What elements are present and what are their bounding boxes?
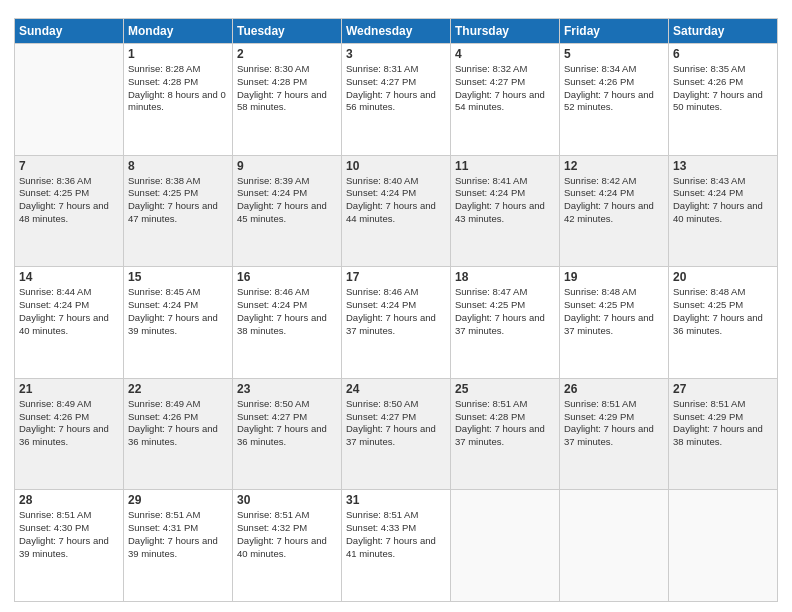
week-row-1: 1Sunrise: 8:28 AMSunset: 4:28 PMDaylight… bbox=[15, 44, 778, 156]
calendar-cell: 15Sunrise: 8:45 AMSunset: 4:24 PMDayligh… bbox=[124, 267, 233, 379]
cell-date: 12 bbox=[564, 159, 664, 173]
cell-date: 5 bbox=[564, 47, 664, 61]
cell-info: Sunrise: 8:51 AMSunset: 4:28 PMDaylight:… bbox=[455, 398, 555, 449]
cell-info: Sunrise: 8:34 AMSunset: 4:26 PMDaylight:… bbox=[564, 63, 664, 114]
cell-info: Sunrise: 8:51 AMSunset: 4:31 PMDaylight:… bbox=[128, 509, 228, 560]
cell-date: 1 bbox=[128, 47, 228, 61]
cell-date: 25 bbox=[455, 382, 555, 396]
weekday-header-wednesday: Wednesday bbox=[342, 19, 451, 44]
cell-info: Sunrise: 8:50 AMSunset: 4:27 PMDaylight:… bbox=[237, 398, 337, 449]
cell-date: 14 bbox=[19, 270, 119, 284]
cell-date: 17 bbox=[346, 270, 446, 284]
weekday-header-monday: Monday bbox=[124, 19, 233, 44]
weekday-header-row: SundayMondayTuesdayWednesdayThursdayFrid… bbox=[15, 19, 778, 44]
calendar-cell bbox=[15, 44, 124, 156]
cell-info: Sunrise: 8:45 AMSunset: 4:24 PMDaylight:… bbox=[128, 286, 228, 337]
cell-info: Sunrise: 8:48 AMSunset: 4:25 PMDaylight:… bbox=[564, 286, 664, 337]
calendar-cell: 18Sunrise: 8:47 AMSunset: 4:25 PMDayligh… bbox=[451, 267, 560, 379]
cell-info: Sunrise: 8:47 AMSunset: 4:25 PMDaylight:… bbox=[455, 286, 555, 337]
cell-date: 20 bbox=[673, 270, 773, 284]
calendar-cell: 27Sunrise: 8:51 AMSunset: 4:29 PMDayligh… bbox=[669, 378, 778, 490]
cell-info: Sunrise: 8:28 AMSunset: 4:28 PMDaylight:… bbox=[128, 63, 228, 114]
cell-info: Sunrise: 8:51 AMSunset: 4:29 PMDaylight:… bbox=[673, 398, 773, 449]
calendar-cell: 13Sunrise: 8:43 AMSunset: 4:24 PMDayligh… bbox=[669, 155, 778, 267]
cell-info: Sunrise: 8:48 AMSunset: 4:25 PMDaylight:… bbox=[673, 286, 773, 337]
calendar-cell: 23Sunrise: 8:50 AMSunset: 4:27 PMDayligh… bbox=[233, 378, 342, 490]
cell-info: Sunrise: 8:35 AMSunset: 4:26 PMDaylight:… bbox=[673, 63, 773, 114]
cell-info: Sunrise: 8:46 AMSunset: 4:24 PMDaylight:… bbox=[237, 286, 337, 337]
cell-info: Sunrise: 8:51 AMSunset: 4:32 PMDaylight:… bbox=[237, 509, 337, 560]
cell-date: 3 bbox=[346, 47, 446, 61]
calendar-cell: 9Sunrise: 8:39 AMSunset: 4:24 PMDaylight… bbox=[233, 155, 342, 267]
cell-date: 2 bbox=[237, 47, 337, 61]
cell-date: 27 bbox=[673, 382, 773, 396]
calendar-cell: 8Sunrise: 8:38 AMSunset: 4:25 PMDaylight… bbox=[124, 155, 233, 267]
week-row-3: 14Sunrise: 8:44 AMSunset: 4:24 PMDayligh… bbox=[15, 267, 778, 379]
calendar-cell: 6Sunrise: 8:35 AMSunset: 4:26 PMDaylight… bbox=[669, 44, 778, 156]
cell-date: 29 bbox=[128, 493, 228, 507]
cell-info: Sunrise: 8:51 AMSunset: 4:30 PMDaylight:… bbox=[19, 509, 119, 560]
calendar-cell bbox=[560, 490, 669, 602]
calendar-cell bbox=[669, 490, 778, 602]
calendar-cell: 3Sunrise: 8:31 AMSunset: 4:27 PMDaylight… bbox=[342, 44, 451, 156]
calendar-cell: 20Sunrise: 8:48 AMSunset: 4:25 PMDayligh… bbox=[669, 267, 778, 379]
calendar-cell: 2Sunrise: 8:30 AMSunset: 4:28 PMDaylight… bbox=[233, 44, 342, 156]
calendar-cell: 16Sunrise: 8:46 AMSunset: 4:24 PMDayligh… bbox=[233, 267, 342, 379]
weekday-header-tuesday: Tuesday bbox=[233, 19, 342, 44]
cell-date: 21 bbox=[19, 382, 119, 396]
week-row-2: 7Sunrise: 8:36 AMSunset: 4:25 PMDaylight… bbox=[15, 155, 778, 267]
cell-info: Sunrise: 8:30 AMSunset: 4:28 PMDaylight:… bbox=[237, 63, 337, 114]
cell-info: Sunrise: 8:46 AMSunset: 4:24 PMDaylight:… bbox=[346, 286, 446, 337]
cell-info: Sunrise: 8:51 AMSunset: 4:33 PMDaylight:… bbox=[346, 509, 446, 560]
calendar-cell: 1Sunrise: 8:28 AMSunset: 4:28 PMDaylight… bbox=[124, 44, 233, 156]
cell-info: Sunrise: 8:42 AMSunset: 4:24 PMDaylight:… bbox=[564, 175, 664, 226]
calendar-cell: 21Sunrise: 8:49 AMSunset: 4:26 PMDayligh… bbox=[15, 378, 124, 490]
calendar-cell: 14Sunrise: 8:44 AMSunset: 4:24 PMDayligh… bbox=[15, 267, 124, 379]
calendar-cell: 12Sunrise: 8:42 AMSunset: 4:24 PMDayligh… bbox=[560, 155, 669, 267]
cell-info: Sunrise: 8:38 AMSunset: 4:25 PMDaylight:… bbox=[128, 175, 228, 226]
calendar-cell: 26Sunrise: 8:51 AMSunset: 4:29 PMDayligh… bbox=[560, 378, 669, 490]
calendar-cell: 19Sunrise: 8:48 AMSunset: 4:25 PMDayligh… bbox=[560, 267, 669, 379]
cell-date: 26 bbox=[564, 382, 664, 396]
calendar-cell: 5Sunrise: 8:34 AMSunset: 4:26 PMDaylight… bbox=[560, 44, 669, 156]
cell-info: Sunrise: 8:39 AMSunset: 4:24 PMDaylight:… bbox=[237, 175, 337, 226]
cell-date: 24 bbox=[346, 382, 446, 396]
calendar-cell: 30Sunrise: 8:51 AMSunset: 4:32 PMDayligh… bbox=[233, 490, 342, 602]
calendar-cell: 4Sunrise: 8:32 AMSunset: 4:27 PMDaylight… bbox=[451, 44, 560, 156]
calendar-table: SundayMondayTuesdayWednesdayThursdayFrid… bbox=[14, 18, 778, 602]
cell-date: 7 bbox=[19, 159, 119, 173]
cell-date: 11 bbox=[455, 159, 555, 173]
cell-date: 10 bbox=[346, 159, 446, 173]
cell-info: Sunrise: 8:36 AMSunset: 4:25 PMDaylight:… bbox=[19, 175, 119, 226]
weekday-header-thursday: Thursday bbox=[451, 19, 560, 44]
cell-date: 4 bbox=[455, 47, 555, 61]
cell-date: 19 bbox=[564, 270, 664, 284]
cell-date: 30 bbox=[237, 493, 337, 507]
calendar-cell: 29Sunrise: 8:51 AMSunset: 4:31 PMDayligh… bbox=[124, 490, 233, 602]
cell-date: 8 bbox=[128, 159, 228, 173]
cell-date: 13 bbox=[673, 159, 773, 173]
cell-info: Sunrise: 8:40 AMSunset: 4:24 PMDaylight:… bbox=[346, 175, 446, 226]
cell-date: 9 bbox=[237, 159, 337, 173]
cell-info: Sunrise: 8:41 AMSunset: 4:24 PMDaylight:… bbox=[455, 175, 555, 226]
cell-date: 18 bbox=[455, 270, 555, 284]
calendar-cell: 31Sunrise: 8:51 AMSunset: 4:33 PMDayligh… bbox=[342, 490, 451, 602]
cell-date: 31 bbox=[346, 493, 446, 507]
cell-date: 23 bbox=[237, 382, 337, 396]
cell-date: 6 bbox=[673, 47, 773, 61]
cell-date: 15 bbox=[128, 270, 228, 284]
cell-date: 16 bbox=[237, 270, 337, 284]
cell-date: 22 bbox=[128, 382, 228, 396]
calendar-cell: 11Sunrise: 8:41 AMSunset: 4:24 PMDayligh… bbox=[451, 155, 560, 267]
calendar-cell: 24Sunrise: 8:50 AMSunset: 4:27 PMDayligh… bbox=[342, 378, 451, 490]
cell-info: Sunrise: 8:31 AMSunset: 4:27 PMDaylight:… bbox=[346, 63, 446, 114]
calendar-cell: 28Sunrise: 8:51 AMSunset: 4:30 PMDayligh… bbox=[15, 490, 124, 602]
cell-info: Sunrise: 8:32 AMSunset: 4:27 PMDaylight:… bbox=[455, 63, 555, 114]
cell-info: Sunrise: 8:51 AMSunset: 4:29 PMDaylight:… bbox=[564, 398, 664, 449]
calendar-cell: 10Sunrise: 8:40 AMSunset: 4:24 PMDayligh… bbox=[342, 155, 451, 267]
page: SundayMondayTuesdayWednesdayThursdayFrid… bbox=[0, 0, 792, 612]
calendar-cell: 7Sunrise: 8:36 AMSunset: 4:25 PMDaylight… bbox=[15, 155, 124, 267]
cell-info: Sunrise: 8:44 AMSunset: 4:24 PMDaylight:… bbox=[19, 286, 119, 337]
cell-info: Sunrise: 8:50 AMSunset: 4:27 PMDaylight:… bbox=[346, 398, 446, 449]
cell-info: Sunrise: 8:49 AMSunset: 4:26 PMDaylight:… bbox=[128, 398, 228, 449]
